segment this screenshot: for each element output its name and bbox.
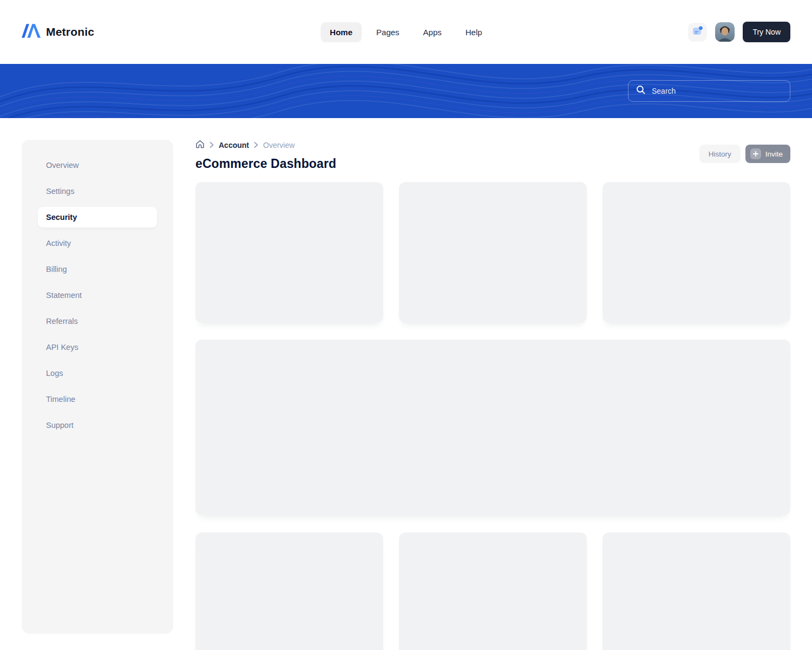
header-right-cluster: Try Now <box>688 22 790 42</box>
history-button[interactable]: History <box>699 145 741 163</box>
sidebar-item-referrals[interactable]: Referrals <box>38 308 157 334</box>
nav-item-help[interactable]: Help <box>456 22 492 42</box>
invite-button[interactable]: Invite <box>745 145 790 163</box>
nav-item-pages[interactable]: Pages <box>367 22 409 42</box>
sidebar-item-statement[interactable]: Statement <box>38 282 157 308</box>
brand-name: Metronic <box>46 25 94 38</box>
sidebar-item-logs[interactable]: Logs <box>38 360 157 386</box>
search-input[interactable] <box>652 87 776 95</box>
sidebar-item-security[interactable]: Security <box>38 207 157 227</box>
metronic-logo-icon <box>22 23 41 41</box>
placeholder-card-wide <box>195 340 790 515</box>
sidebar-item-overview[interactable]: Overview <box>38 152 157 178</box>
breadcrumb-account[interactable]: Account <box>219 141 249 150</box>
hero-banner <box>0 64 812 118</box>
brand-logo[interactable]: Metronic <box>22 23 94 41</box>
search-icon <box>636 85 646 97</box>
placeholder-card <box>603 182 790 323</box>
sidebar-item-settings[interactable]: Settings <box>38 178 157 204</box>
sidebar-item-timeline[interactable]: Timeline <box>38 386 157 412</box>
chevron-right-icon <box>209 141 214 150</box>
message-badge-icon <box>692 26 704 38</box>
user-avatar[interactable] <box>715 22 735 42</box>
nav-item-home[interactable]: Home <box>320 22 362 42</box>
sidebar-item-support[interactable]: Support <box>38 412 157 438</box>
notifications-button[interactable] <box>688 23 707 42</box>
page-actions: History Invite <box>699 145 790 163</box>
placeholder-card <box>195 182 383 323</box>
account-sidebar: Overview Settings Security Activity Bill… <box>22 140 173 634</box>
top-card-row <box>195 182 790 323</box>
placeholder-card <box>603 532 790 650</box>
bottom-card-row <box>195 532 790 650</box>
try-now-button[interactable]: Try Now <box>743 22 790 42</box>
top-nav: Home Pages Apps Help <box>320 22 491 42</box>
chevron-right-icon <box>254 141 258 150</box>
nav-item-apps[interactable]: Apps <box>414 22 451 42</box>
placeholder-card <box>399 182 587 323</box>
search-box[interactable] <box>628 80 790 102</box>
sidebar-item-activity[interactable]: Activity <box>38 230 157 256</box>
breadcrumb-overview: Overview <box>263 141 294 150</box>
main-content: Account Overview eCommerce Dashboard His… <box>195 140 790 650</box>
invite-button-label: Invite <box>765 150 783 158</box>
app-header: Metronic Home Pages Apps Help <box>0 0 812 64</box>
plus-icon <box>750 148 761 159</box>
sidebar-item-api-keys[interactable]: API Keys <box>38 334 157 360</box>
home-icon[interactable] <box>195 140 205 151</box>
placeholder-card <box>195 532 383 650</box>
placeholder-card <box>399 532 587 650</box>
sidebar-item-billing[interactable]: Billing <box>38 256 157 282</box>
